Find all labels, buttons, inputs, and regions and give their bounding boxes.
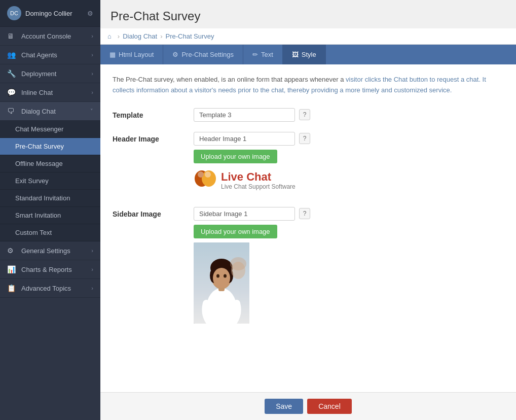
tab-label: Text (261, 51, 273, 58)
submenu-label: Exit Survey (15, 177, 49, 185)
breadcrumb-pre-chat-survey: Pre-Chat Survey (165, 32, 214, 40)
page-header: Pre-Chat Survey (100, 0, 516, 28)
sidebar-item-general-settings[interactable]: ⚙ General Settings › (0, 241, 100, 260)
sidebar-item-inline-chat[interactable]: 💬 Inline Chat › (0, 83, 100, 102)
sidebar-user[interactable]: DC Domingo Collier ⚙ (0, 0, 100, 27)
header-image-label: Header Image (113, 132, 194, 143)
chevron-right-icon: › (91, 71, 93, 77)
submenu-label: Standard Invitation (15, 194, 70, 202)
template-row: Template ? (113, 108, 504, 122)
submenu-item-offline-message[interactable]: Offline Message (0, 155, 100, 172)
header-image-input[interactable] (194, 132, 295, 146)
submenu-label: Custom Text (15, 229, 52, 236)
html-layout-icon: ▦ (109, 51, 116, 58)
submenu-item-chat-messenger[interactable]: Chat Messenger (0, 121, 100, 138)
sidebar-item-label: Charts & Reports (21, 266, 91, 273)
sidebar-item-label: Dialog Chat (21, 108, 90, 115)
username-label: Domingo Collier (25, 10, 87, 17)
submenu-item-custom-text[interactable]: Custom Text (0, 224, 100, 241)
chevron-right-icon: › (91, 52, 93, 58)
dialog-chat-icon: 🗨 (7, 107, 17, 115)
tab-label: Html Layout (119, 51, 154, 58)
livechat-icon (194, 169, 216, 192)
sidebar-image-label: Sidebar Image (113, 207, 194, 218)
submenu-item-exit-survey[interactable]: Exit Survey (0, 172, 100, 190)
header-image-row: Header Image ? Upload your own image (113, 132, 504, 197)
sidebar-item-label: Advanced Topics (21, 285, 91, 292)
sidebar-item-advanced-topics[interactable]: 📋 Advanced Topics › (0, 279, 100, 298)
advanced-topics-icon: 📋 (7, 284, 17, 292)
settings-gear-icon[interactable]: ⚙ (87, 10, 93, 17)
sidebar-item-dialog-chat[interactable]: 🗨 Dialog Chat ˅ (0, 102, 100, 121)
chevron-right-icon: › (91, 89, 93, 95)
sidebar-item-label: Account Console (21, 32, 91, 40)
template-inline: ? (194, 108, 310, 122)
breadcrumb-separator: › (160, 32, 162, 40)
deployment-icon: 🔧 (7, 69, 17, 78)
sidebar-item-charts-reports[interactable]: 📊 Charts & Reports › (0, 260, 100, 279)
svg-point-5 (205, 171, 211, 178)
submenu-item-standard-invitation[interactable]: Standard Invitation (0, 190, 100, 207)
dialog-chat-submenu: Chat Messenger Pre-Chat Survey Offline M… (0, 121, 100, 241)
template-label: Template (113, 108, 194, 119)
chevron-right-icon: › (91, 33, 93, 39)
settings-icon: ⚙ (172, 51, 178, 58)
tab-label: Pre-Chat Settings (181, 51, 234, 58)
breadcrumb: ⌂ › Dialog Chat › Pre-Chat Survey (100, 28, 516, 45)
tab-pre-chat-settings[interactable]: ⚙ Pre-Chat Settings (163, 45, 243, 64)
sidebar-image-inline: ? (194, 207, 310, 221)
breadcrumb-dialog-chat[interactable]: Dialog Chat (123, 32, 157, 40)
sidebar-image-upload-button[interactable]: Upload your own image (194, 225, 277, 238)
svg-point-4 (198, 171, 204, 178)
sidebar-image-help-button[interactable]: ? (299, 208, 310, 219)
header-image-inline: ? (194, 132, 310, 146)
tab-text[interactable]: ✏ Text (243, 45, 283, 64)
cancel-button[interactable]: Cancel (307, 399, 352, 414)
submenu-label: Smart Invitation (15, 212, 61, 219)
livechat-logo-preview: Live Chat Live Chat Support Software (194, 169, 310, 192)
tab-label: Style (302, 51, 316, 58)
tab-style[interactable]: 🖼 Style (283, 45, 326, 64)
submenu-label: Pre-Chat Survey (15, 143, 64, 150)
sidebar-item-chat-agents[interactable]: 👥 Chat Agents › (0, 46, 100, 64)
template-input[interactable] (194, 108, 295, 122)
content-area: The Pre-Chat survey, when enabled, is an… (100, 64, 516, 392)
chevron-down-icon: ˅ (90, 108, 93, 115)
sidebar-image-svg (194, 242, 249, 324)
account-console-icon: 🖥 (7, 32, 17, 40)
save-button[interactable]: Save (265, 399, 303, 414)
submenu-item-pre-chat-survey[interactable]: Pre-Chat Survey (0, 138, 100, 155)
submenu-item-smart-invitation[interactable]: Smart Invitation (0, 207, 100, 224)
chevron-right-icon: › (91, 248, 93, 254)
header-image-upload-button[interactable]: Upload your own image (194, 150, 277, 163)
home-icon[interactable]: ⌂ (107, 32, 112, 40)
chevron-right-icon: › (91, 285, 93, 291)
chat-agents-icon: 👥 (7, 51, 17, 59)
sidebar-image-row: Sidebar Image ? Upload your own image (113, 207, 504, 324)
svg-point-15 (224, 274, 227, 277)
sidebar-item-deployment[interactable]: 🔧 Deployment › (0, 64, 100, 83)
livechat-brand-name: Live Chat (221, 171, 296, 183)
tab-bar: ▦ Html Layout ⚙ Pre-Chat Settings ✏ Text… (100, 45, 516, 64)
charts-reports-icon: 📊 (7, 265, 17, 273)
template-help-button[interactable]: ? (299, 109, 310, 120)
style-icon: 🖼 (292, 51, 299, 58)
submenu-label: Chat Messenger (15, 125, 63, 133)
sidebar-item-account-console[interactable]: 🖥 Account Console › (0, 27, 100, 46)
page-title: Pre-Chat Survey (110, 9, 506, 23)
header-image-help-button[interactable]: ? (299, 133, 310, 144)
description-text: The Pre-Chat survey, when enabled, is an… (113, 75, 504, 96)
svg-point-17 (230, 257, 246, 270)
template-control: ? (194, 108, 310, 122)
main-wrapper: Pre-Chat Survey ⌂ › Dialog Chat › Pre-Ch… (100, 0, 516, 420)
svg-point-13 (213, 268, 230, 288)
header-image-control: ? Upload your own image (194, 132, 310, 197)
sidebar-item-label: General Settings (21, 247, 91, 255)
sidebar-image-preview (194, 242, 249, 324)
sidebar-image-control: ? Upload your own image (194, 207, 310, 324)
general-settings-icon: ⚙ (7, 247, 17, 255)
sidebar-image-input[interactable] (194, 207, 295, 221)
tab-html-layout[interactable]: ▦ Html Layout (100, 45, 163, 64)
sidebar-item-label: Inline Chat (21, 89, 91, 96)
livechat-brand-text: Live Chat Live Chat Support Software (221, 171, 296, 190)
